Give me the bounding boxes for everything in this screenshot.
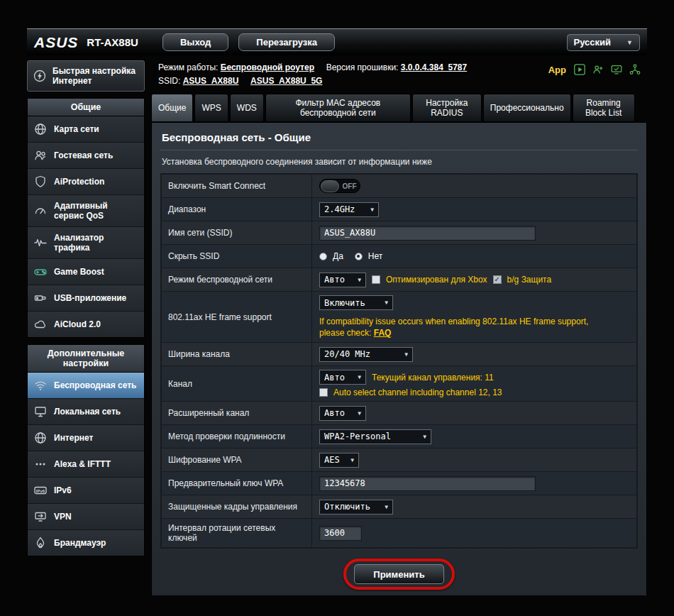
tab-wds[interactable]: WDS <box>230 94 264 122</box>
he-frame-select[interactable]: Включить ▼ <box>319 295 393 310</box>
sidebar-item-vpn[interactable]: VPN <box>28 504 144 530</box>
ssid-input[interactable] <box>319 226 536 241</box>
sidebar-item-label: Локальная сеть <box>54 407 121 417</box>
sidebar-item-qos[interactable]: Адаптивный сервис QoS <box>28 195 144 227</box>
tab-bar: Общие WPS WDS Фильтр MAC адресов беспров… <box>151 94 647 122</box>
sidebar-item-game-boost[interactable]: Game Boost <box>28 259 144 285</box>
sidebar-item-guest-network[interactable]: Гостевая сеть <box>28 143 144 169</box>
sidebar-item-label: AiProtection <box>54 177 104 187</box>
sidebar-item-label: Быстрая настройка Интернет <box>53 66 139 86</box>
wireless-mode-select[interactable]: Авто ▼ <box>319 273 366 287</box>
sidebar-item-label: AiCloud 2.0 <box>54 319 101 329</box>
sidebar-item-alexa-ifttt[interactable]: Alexa & IFTTT <box>28 451 144 478</box>
tab-radius[interactable]: Настройка RADIUS <box>412 94 482 122</box>
field-label: Интервал ротации сетевых ключей <box>162 519 312 547</box>
row-auth-method: Метод проверки подлинности WPA2-Personal… <box>162 425 636 449</box>
screen-share-icon[interactable] <box>610 63 623 76</box>
channel-select[interactable]: Авто ▼ <box>319 370 366 385</box>
tab-mac-filter[interactable]: Фильтр MAC адресов беспроводной сети <box>265 94 411 122</box>
he-frame-hint: If compatibility issue occurs when enabl… <box>319 316 603 339</box>
dots-icon <box>33 457 48 471</box>
app-play-icon[interactable] <box>573 63 586 76</box>
ssid-label: SSID: <box>158 76 180 86</box>
auto-select-channel-checkbox[interactable] <box>319 388 328 397</box>
chevron-down-icon: ▼ <box>358 374 361 380</box>
field-label: Метод проверки подлинности <box>162 425 312 448</box>
tab-general[interactable]: Общие <box>151 94 193 122</box>
sidebar-item-label: Адаптивный сервис QoS <box>54 201 138 221</box>
xbox-optimized-checkbox[interactable] <box>372 275 380 284</box>
chevron-down-icon: ▼ <box>350 457 354 463</box>
sidebar-item-lan[interactable]: Локальная сеть <box>28 399 144 425</box>
tab-wps[interactable]: WPS <box>194 94 228 122</box>
channel-width-select[interactable]: 20/40 MHz ▼ <box>319 347 413 362</box>
people-icon <box>33 148 48 163</box>
tab-roaming-block-list[interactable]: Roaming Block List <box>573 94 635 122</box>
field-label: Диапазон <box>162 198 312 221</box>
router-admin-page: ASUS RT-AX88U Выход Перезагрузка Русский… <box>27 28 647 595</box>
select-value: AES <box>324 455 340 465</box>
faq-link[interactable]: FAQ <box>374 328 392 338</box>
ssid-link-24[interactable]: ASUS_AX88U <box>183 76 239 86</box>
band-select[interactable]: 2.4GHz ▼ <box>319 202 379 217</box>
sidebar-item-wireless[interactable]: Беспроводная сеть <box>28 373 144 399</box>
sidebar-item-label: Брандмауэр <box>54 538 106 548</box>
protected-frames-select[interactable]: Отключить ▼ <box>319 500 393 515</box>
hide-ssid-no-radio[interactable] <box>355 253 363 260</box>
apply-button[interactable]: Применить <box>354 564 443 584</box>
field-label: Предварительный ключ WPA <box>162 472 312 495</box>
sidebar-item-label: Интернет <box>54 433 93 443</box>
select-value: WPA2-Personal <box>324 431 391 441</box>
ssid-link-5g[interactable]: ASUS_AX88U_5G <box>250 76 322 86</box>
network-tree-icon[interactable] <box>629 63 641 76</box>
field-label: 802.11ax HE frame support <box>162 292 312 342</box>
field-label: Расширенный канал <box>162 402 312 424</box>
sidebar-item-network-map[interactable]: Карта сети <box>28 116 144 143</box>
clients-icon[interactable] <box>592 63 604 76</box>
flame-icon <box>33 536 48 550</box>
page-title: Беспроводная сеть - Общие <box>160 124 638 150</box>
language-select[interactable]: Русский ▼ <box>567 34 640 51</box>
row-hide-ssid: Скрыть SSID Да Нет <box>162 245 636 268</box>
sidebar-item-quick-setup[interactable]: Быстрая настройка Интернет <box>27 60 145 92</box>
select-value: Авто <box>324 408 345 418</box>
logout-button[interactable]: Выход <box>162 33 228 51</box>
sidebar-item-aiprotection[interactable]: AiProtection <box>28 169 144 195</box>
model-name: RT-AX88U <box>87 36 138 48</box>
key-rotation-input[interactable] <box>319 526 362 541</box>
internet-globe-icon <box>33 431 48 445</box>
gamepad-icon <box>33 265 48 279</box>
mode-label: Режим работы: <box>158 62 218 72</box>
auth-method-select[interactable]: WPA2-Personal ▼ <box>319 429 431 444</box>
reboot-button[interactable]: Перезагрузка <box>238 33 335 51</box>
sidebar-item-wan[interactable]: Интернет <box>28 425 144 451</box>
sidebar-item-traffic-analyzer[interactable]: Анализатор трафика <box>28 227 144 259</box>
row-smart-connect: Включить Smart Connect OFF <box>162 175 636 198</box>
sidebar-item-ipv6[interactable]: IPv6 IPv6 <box>28 478 144 504</box>
row-extension-channel: Расширенный канал Авто ▼ <box>162 402 636 425</box>
sidebar-item-firewall[interactable]: Брандмауэр <box>28 530 144 556</box>
chevron-down-icon: ▼ <box>626 39 633 46</box>
tab-professional[interactable]: Профессионально <box>483 94 571 122</box>
row-ssid: Имя сети (SSID) <box>162 221 636 245</box>
language-label: Русский <box>574 37 612 48</box>
extension-channel-select[interactable]: Авто ▼ <box>319 406 366 421</box>
hide-ssid-yes-radio[interactable] <box>319 253 327 260</box>
firmware-label: Версия прошивки: <box>326 62 399 72</box>
mode-link[interactable]: Беспроводной роутер <box>221 62 314 72</box>
select-value: 2.4GHz <box>324 204 355 214</box>
bg-protection-checkbox[interactable] <box>493 275 502 284</box>
wpa-encryption-select[interactable]: AES ▼ <box>319 453 359 468</box>
wpa-key-input[interactable] <box>319 476 536 491</box>
smart-connect-toggle[interactable]: OFF <box>319 179 360 193</box>
row-he-frame: 802.11ax HE frame support Включить ▼ If … <box>162 292 636 343</box>
row-protected-frames: Защищенные кадры управления Отключить ▼ <box>162 495 636 519</box>
field-label: Защищенные кадры управления <box>162 495 312 518</box>
apply-row: Применить <box>160 549 638 590</box>
sidebar-item-aicloud[interactable]: AiCloud 2.0 <box>28 312 144 337</box>
firmware-link[interactable]: 3.0.0.4.384_5787 <box>401 62 467 72</box>
toggle-knob <box>321 180 339 192</box>
app-label: App <box>548 65 566 75</box>
sidebar-item-usb-application[interactable]: USB-приложение <box>28 285 144 312</box>
gauge-icon <box>33 204 48 218</box>
